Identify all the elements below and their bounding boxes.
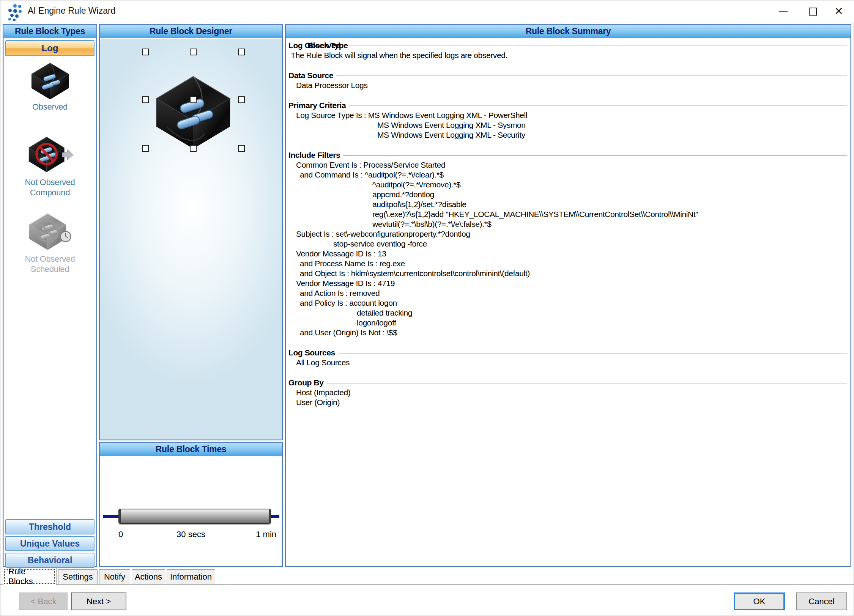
summary-line: and Action Is : removed — [288, 288, 847, 298]
rule-type-label: Scheduled — [7, 264, 93, 274]
minimize-icon — [779, 11, 788, 12]
section-divider-line — [343, 46, 847, 47]
summary-line: logon/logoff — [288, 318, 847, 328]
ai-engine-rule-wizard-window: AI Engine Rule Wizard ✕ Rule Block Types… — [0, 0, 854, 616]
rule-block-designer-header: Rule Block Designer — [100, 25, 282, 38]
selection-handle-top-right[interactable] — [238, 49, 245, 55]
summary-line: auditpol\s{1,2}/set.*?disable — [288, 200, 847, 209]
section-divider-line — [326, 383, 847, 384]
summary-line: wevtutil(?=.*\bsl\b)(?=.*\/e\:false).*$ — [288, 219, 847, 229]
section-divider-line — [349, 105, 847, 107]
rule-type-observed[interactable]: Observed — [7, 61, 93, 112]
summary-line: MS Windows Event Logging XML - Security — [288, 130, 847, 140]
rule-block-summary-panel: Rule Block Summary Log ObservedBlock Typ… — [285, 24, 851, 567]
time-slider-bar[interactable] — [118, 509, 271, 524]
tab-information[interactable]: Information — [167, 569, 215, 584]
summary-section: Data SourceData Processor Logs — [288, 71, 847, 90]
summary-line: stop-service eventlog -force — [288, 239, 847, 249]
summary-sections: Log ObservedBlock TypeThe Rule Block wil… — [286, 39, 850, 566]
summary-line: and Policy Is : account logon — [288, 298, 847, 308]
rule-type-label: Not Observed — [7, 254, 93, 264]
summary-line: and Command Is : ^auditpol(?=.*\/clear).… — [288, 170, 847, 180]
designer-canvas[interactable] — [100, 39, 282, 439]
summary-section: Group ByHost (Impacted)User (Origin) — [288, 378, 847, 407]
summary-line: Vendor Message ID Is : 4719 — [288, 278, 847, 288]
tab-settings[interactable]: Settings — [58, 569, 98, 584]
selection-handle-bottom-center[interactable] — [190, 145, 197, 152]
log-type-button[interactable]: Log — [5, 40, 95, 56]
selection-handle-middle-left[interactable] — [142, 96, 149, 103]
back-button[interactable]: < Back — [19, 592, 68, 610]
summary-title-overlay-text: Block Type — [307, 41, 348, 50]
section-divider-line — [343, 155, 847, 156]
summary-section-title: Include Filters — [288, 151, 340, 160]
close-button[interactable]: ✕ — [826, 0, 851, 22]
ok-button[interactable]: OK — [734, 592, 785, 610]
rule-block-times-header: Rule Block Times — [100, 443, 282, 456]
not-observed-scheduled-cube-icon — [26, 211, 74, 252]
section-divider-line — [336, 75, 847, 77]
selection-handle-middle-center[interactable] — [190, 96, 197, 103]
summary-line: and Process Name Is : reg.exe — [288, 259, 847, 269]
summary-line: appcmd.*?dontlog — [288, 190, 847, 200]
summary-section-title: Log Sources — [288, 348, 335, 357]
tab-notify[interactable]: Notify — [99, 569, 130, 584]
tab-strip-baseline — [0, 584, 854, 585]
section-divider-line — [338, 353, 847, 354]
summary-line: Common Event Is : Process/Service Starte… — [288, 160, 847, 170]
summary-section: Log SourcesAll Log Sources — [288, 348, 847, 368]
summary-section-title: Group By — [288, 378, 323, 387]
summary-line: reg(\.exe)?\s{1,2}add "HKEY_LOCAL_MACHIN… — [288, 209, 847, 219]
summary-line: Data Processor Logs — [288, 80, 847, 90]
tab-actions[interactable]: Actions — [132, 569, 165, 584]
rule-block-types-panel: Rule Block Types Log Observed — [3, 24, 97, 567]
behavioral-category-button[interactable]: Behavioral — [5, 553, 95, 568]
tick-label-0: 0 — [118, 530, 123, 539]
summary-section-title: Data Source — [288, 71, 333, 80]
tick-label-1min: 1 min — [256, 530, 276, 539]
maximize-button[interactable] — [800, 0, 825, 22]
selection-handle-bottom-right[interactable] — [238, 145, 245, 152]
maximize-icon — [809, 8, 817, 16]
summary-line: Subject Is : set\-webconfigurationproper… — [288, 229, 847, 239]
titlebar: AI Engine Rule Wizard ✕ — [0, 0, 854, 22]
summary-line: Host (Impacted) — [288, 388, 847, 398]
rule-type-not-observed-scheduled[interactable]: Not Observed Scheduled — [7, 211, 93, 274]
summary-line: User (Origin) — [288, 398, 847, 407]
minimize-button[interactable] — [771, 0, 796, 22]
selection-handle-top-left[interactable] — [142, 49, 149, 55]
selection-handle-top-center[interactable] — [190, 49, 197, 55]
summary-line: The Rule Block will signal when the spec… — [288, 50, 847, 60]
summary-line: MS Windows Event Logging XML - Sysmon — [288, 120, 847, 130]
cancel-button[interactable]: Cancel — [796, 592, 847, 610]
time-tick-labels: 0 30 secs 1 min — [100, 530, 282, 541]
rule-block-times-panel: Rule Block Times 0 30 secs 1 min — [99, 442, 283, 567]
threshold-category-button[interactable]: Threshold — [5, 519, 95, 534]
not-observed-compound-cube-icon — [26, 134, 74, 176]
summary-line: Log Source Type Is : MS Windows Event Lo… — [288, 110, 847, 120]
times-body: 0 30 secs 1 min — [100, 457, 282, 566]
observed-cube-icon — [28, 61, 72, 100]
summary-section: Include FiltersCommon Event Is : Process… — [288, 150, 847, 338]
rule-type-not-observed-compound[interactable]: Not Observed Compound — [7, 134, 93, 198]
tab-rule-blocks[interactable]: Rule Blocks — [3, 568, 57, 585]
close-icon: ✕ — [834, 6, 843, 17]
rule-type-label: Compound — [7, 187, 93, 198]
summary-section-title: Log ObservedBlock Type — [288, 41, 340, 50]
summary-line: detailed tracking — [288, 308, 847, 318]
summary-line: ^auditpol(?=.*\/remove).*$ — [288, 180, 847, 190]
rule-type-label: Observed — [7, 102, 93, 112]
summary-section-title: Primary Criteria — [288, 101, 346, 110]
selected-log-block-cube[interactable] — [149, 72, 238, 150]
next-button[interactable]: Next > — [71, 592, 126, 610]
summary-line: and Object Is : hklm\system\currentcontr… — [288, 269, 847, 278]
tick-label-30secs: 30 secs — [176, 530, 205, 539]
rule-block-summary-header: Rule Block Summary — [286, 25, 851, 38]
summary-line: Vendor Message ID Is : 13 — [288, 249, 847, 259]
summary-line: All Log Sources — [288, 358, 847, 368]
window-title: AI Engine Rule Wizard — [28, 6, 115, 16]
unique-values-category-button[interactable]: Unique Values — [5, 536, 95, 551]
selection-handle-middle-right[interactable] — [238, 96, 245, 103]
summary-line: and User (Origin) Is Not : \$$ — [288, 328, 847, 338]
selection-handle-bottom-left[interactable] — [142, 145, 149, 152]
